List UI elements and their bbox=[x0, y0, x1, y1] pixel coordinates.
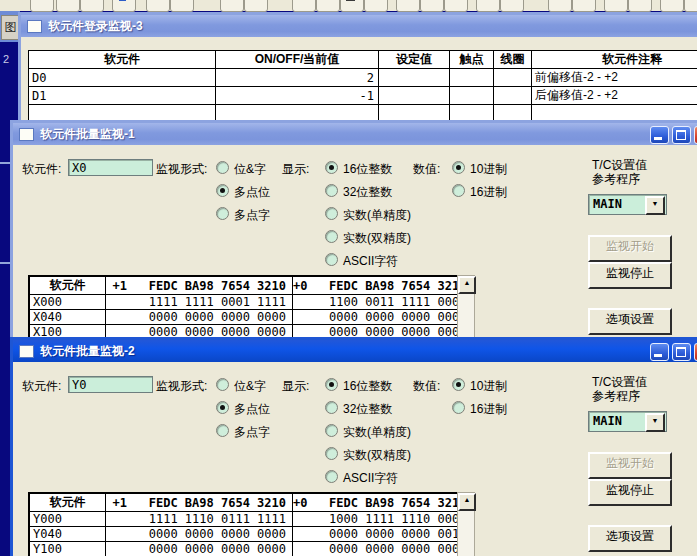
monitor-stop-button[interactable]: 监视停止 bbox=[588, 479, 672, 506]
radio-int32-label[interactable]: 32位整数 bbox=[343, 401, 392, 418]
device-cell[interactable] bbox=[29, 105, 216, 121]
toolbar-button-fragment[interactable] bbox=[80, 0, 104, 12]
radio-multipoint-bit-label[interactable]: 多点位 bbox=[234, 401, 270, 418]
column-header: ON/OFF/当前值 bbox=[216, 51, 379, 69]
radio-ascii[interactable] bbox=[325, 253, 338, 266]
table-row: Y000 1111 1110 0111 1111 1000 1111 1110 … bbox=[29, 512, 473, 527]
table-row: X000 1111 1111 0001 1111 1100 0011 1111 … bbox=[29, 295, 473, 310]
scroll-up-button[interactable]: ▲ bbox=[458, 276, 476, 294]
radio-int16[interactable] bbox=[325, 161, 338, 174]
device-cell: X000 bbox=[29, 295, 106, 310]
radio-decimal-label[interactable]: 10进制 bbox=[470, 161, 507, 178]
toolbar-button-fragment[interactable] bbox=[112, 0, 136, 12]
radio-hex-label[interactable]: 16进制 bbox=[470, 401, 507, 418]
table-row-empty bbox=[29, 105, 697, 121]
radio-int16[interactable] bbox=[325, 378, 338, 391]
toolbar-button-fragment[interactable] bbox=[604, 0, 628, 12]
toolbar-button-fragment[interactable] bbox=[572, 0, 596, 12]
radio-int32-label[interactable]: 32位整数 bbox=[343, 184, 392, 201]
table-header-row: 软元件 +1 FEDC BA98 7654 3210 +0 FEDC BA98 … bbox=[29, 276, 473, 295]
toolbar-button-fragment[interactable] bbox=[476, 0, 500, 12]
toolbar-button-fragment[interactable]: X bbox=[364, 0, 388, 12]
radio-multipoint-bit[interactable] bbox=[216, 184, 229, 197]
toolbar-button-fragment[interactable] bbox=[420, 0, 444, 12]
toolbar-button-fragment[interactable] bbox=[56, 0, 80, 12]
minimize-button[interactable] bbox=[650, 126, 669, 144]
monitor-stop-button[interactable]: 监视停止 bbox=[588, 262, 672, 289]
radio-decimal[interactable] bbox=[452, 378, 465, 391]
radio-real-single[interactable] bbox=[325, 207, 338, 220]
registration-monitor-titlebar[interactable]: 软元件登录监视-3 bbox=[21, 15, 697, 37]
radio-real-double-label[interactable]: 实数(双精度) bbox=[343, 230, 411, 247]
maximize-button[interactable] bbox=[672, 126, 691, 144]
radio-bit-and-word-label[interactable]: 位&字 bbox=[234, 378, 266, 395]
radio-int16-label[interactable]: 16位整数 bbox=[343, 378, 392, 395]
toolbar-button-fragment[interactable] bbox=[500, 0, 524, 12]
radio-real-double-label[interactable]: 实数(双精度) bbox=[343, 447, 411, 464]
radio-real-double[interactable] bbox=[325, 230, 338, 243]
toolbar-button-fragment[interactable] bbox=[316, 0, 340, 12]
options-button[interactable]: 选项设置 bbox=[588, 525, 672, 552]
toolbar-button-fragment[interactable] bbox=[444, 0, 468, 12]
scroll-up-button[interactable]: ▲ bbox=[458, 493, 476, 511]
radio-multipoint-word[interactable] bbox=[216, 424, 229, 437]
table-scrollbar[interactable]: ▲ bbox=[457, 492, 475, 556]
toolbar-button-fragment[interactable] bbox=[292, 0, 316, 12]
radio-bit-and-word[interactable] bbox=[216, 378, 229, 391]
device-input[interactable] bbox=[68, 376, 153, 393]
minimize-button[interactable] bbox=[650, 343, 669, 361]
batch-monitor-1-titlebar[interactable]: 软元件批量监视-1 bbox=[13, 123, 697, 145]
chevron-down-icon[interactable]: ▼ bbox=[645, 413, 665, 432]
toolbar-button-fragment[interactable] bbox=[684, 0, 697, 12]
device-input[interactable] bbox=[68, 159, 153, 176]
radio-hex[interactable] bbox=[452, 401, 465, 414]
radio-int16-label[interactable]: 16位整数 bbox=[343, 161, 392, 178]
docked-window-edge: 图 bbox=[0, 11, 20, 42]
toolbar-button-fragment[interactable] bbox=[340, 0, 364, 12]
radio-ascii-label[interactable]: ASCII字符 bbox=[343, 253, 398, 270]
toolbar-button-fragment[interactable] bbox=[548, 0, 572, 12]
toolbar-button-fragment[interactable] bbox=[660, 0, 684, 12]
batch-monitor-2-titlebar[interactable]: 软元件批量监视-2 bbox=[13, 340, 697, 362]
toolbar-button-fragment[interactable] bbox=[244, 0, 268, 12]
radio-decimal-label[interactable]: 10进制 bbox=[470, 378, 507, 395]
radio-multipoint-word[interactable] bbox=[216, 207, 229, 220]
radio-real-single-label[interactable]: 实数(单精度) bbox=[343, 424, 411, 441]
toolbar-button-fragment[interactable] bbox=[220, 0, 244, 12]
program-combobox-value: MAIN bbox=[593, 197, 622, 211]
radio-multipoint-bit[interactable] bbox=[216, 401, 229, 414]
device-cell[interactable]: D1 bbox=[29, 87, 216, 105]
radio-real-single[interactable] bbox=[325, 424, 338, 437]
options-button[interactable]: 选项设置 bbox=[588, 308, 672, 335]
plus1-column-header: +1 FEDC BA98 7654 3210 bbox=[106, 493, 293, 512]
radio-decimal[interactable] bbox=[452, 161, 465, 174]
radio-ascii[interactable] bbox=[325, 470, 338, 483]
radio-real-single-label[interactable]: 实数(单精度) bbox=[343, 207, 411, 224]
toolbar-button-fragment[interactable] bbox=[170, 0, 194, 12]
radio-hex-label[interactable]: 16进制 bbox=[470, 184, 507, 201]
tc-setting-label-line2: 参考程序 bbox=[592, 171, 640, 188]
radio-bit-and-word[interactable] bbox=[216, 161, 229, 174]
toolbar-button-fragment[interactable] bbox=[628, 0, 652, 12]
chevron-down-icon[interactable]: ▼ bbox=[645, 196, 665, 215]
radio-hex[interactable] bbox=[452, 184, 465, 197]
monitor-start-button[interactable]: 监视开始 bbox=[588, 235, 672, 262]
device-cell: Y040 bbox=[29, 527, 106, 542]
radio-multipoint-word-label[interactable]: 多点字 bbox=[234, 207, 270, 224]
toolbar-button-fragment[interactable] bbox=[30, 0, 54, 12]
maximize-button[interactable] bbox=[672, 343, 691, 361]
toolbar-button-fragment[interactable] bbox=[146, 0, 170, 12]
radio-bit-and-word-label[interactable]: 位&字 bbox=[234, 161, 266, 178]
toolbar-button-fragment[interactable]: xxxx bbox=[396, 0, 420, 12]
plus1-bits-cell: 1111 1111 0001 1111 bbox=[106, 295, 293, 310]
radio-multipoint-bit-label[interactable]: 多点位 bbox=[234, 184, 270, 201]
radio-int32[interactable] bbox=[325, 401, 338, 414]
radio-multipoint-word-label[interactable]: 多点字 bbox=[234, 424, 270, 441]
device-cell[interactable]: D0 bbox=[29, 69, 216, 87]
monitor-start-button[interactable]: 监视开始 bbox=[588, 452, 672, 479]
program-combobox[interactable]: MAIN ▼ bbox=[588, 194, 667, 215]
radio-int32[interactable] bbox=[325, 184, 338, 197]
radio-real-double[interactable] bbox=[325, 447, 338, 460]
radio-ascii-label[interactable]: ASCII字符 bbox=[343, 470, 398, 487]
program-combobox[interactable]: MAIN ▼ bbox=[588, 411, 667, 432]
